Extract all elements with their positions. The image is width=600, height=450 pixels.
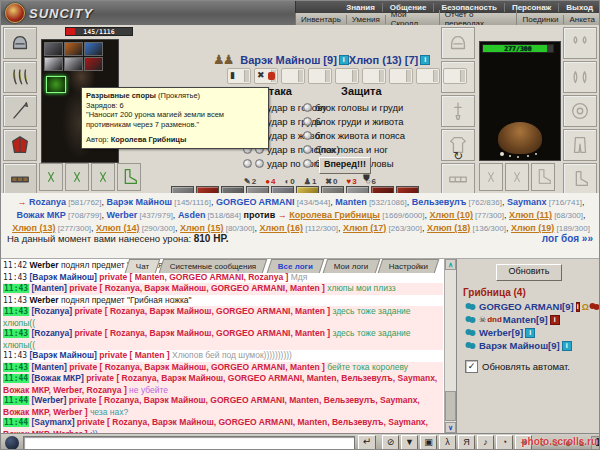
smiley-icon[interactable] bbox=[5, 436, 19, 450]
message-sender[interactable]: [Saymanx] bbox=[31, 417, 74, 427]
menu-item-Выход[interactable]: Выход bbox=[559, 3, 600, 12]
fighter-enemy-link[interactable]: Хлюп (13) bbox=[12, 223, 55, 233]
fighter-ally[interactable]: Werber bbox=[106, 210, 137, 220]
fighter-ally[interactable]: Вожак МКР bbox=[16, 210, 65, 220]
enemy-slot-helmet-icon[interactable] bbox=[441, 27, 475, 59]
scrollbar-thumb[interactable] bbox=[445, 391, 456, 421]
member-info-icon[interactable]: i bbox=[550, 315, 560, 325]
fighter-enemy-link[interactable]: Хлюп (10) bbox=[430, 210, 473, 220]
note-icon[interactable]: ♪ bbox=[477, 435, 494, 450]
fighter-enemy-link[interactable]: Хлюп (14) bbox=[96, 223, 139, 233]
eraser-icon[interactable]: ⊘ bbox=[382, 435, 399, 450]
scroll-slot-used[interactable]: ▮ bbox=[227, 68, 251, 84]
chat-scrollbar[interactable]: ∧ ∨ bbox=[444, 259, 456, 433]
fighter-enemy-link[interactable]: Хлюп (19) bbox=[511, 223, 554, 233]
scroll-up-icon[interactable]: ∧ bbox=[445, 259, 456, 270]
enemy-rune-slot[interactable] bbox=[505, 163, 529, 191]
attack-radio-1[interactable] bbox=[243, 159, 252, 168]
player-name[interactable]: Варэк Майнош [9]i bbox=[240, 54, 348, 66]
buff-icon[interactable] bbox=[44, 42, 63, 56]
message-sender[interactable]: [Варэк Майнош] bbox=[29, 272, 96, 282]
defense-radio[interactable] bbox=[303, 117, 312, 126]
chat-input[interactable] bbox=[23, 436, 355, 450]
fighter-ally[interactable]: Варэк Майнош bbox=[107, 197, 172, 207]
buff-icon[interactable] bbox=[44, 57, 63, 71]
send-button[interactable]: ↵ bbox=[358, 435, 376, 450]
message-sender[interactable]: [Варэк Майнош] bbox=[29, 350, 96, 360]
chat-tab-Системные сообщения[interactable]: Системные сообщения bbox=[159, 259, 268, 273]
defense-radio[interactable] bbox=[303, 145, 312, 154]
roster-refresh-button[interactable]: Обновить bbox=[496, 264, 562, 281]
fighter-ally[interactable]: GORGEO ARMANI bbox=[216, 197, 295, 207]
player-rune-slot[interactable] bbox=[39, 163, 63, 191]
scroll-slot-empty[interactable] bbox=[389, 68, 413, 84]
scroll-slot-empty[interactable] bbox=[335, 68, 359, 84]
fighter-ally[interactable]: Saymanx bbox=[507, 197, 547, 207]
fighter-ally[interactable]: Asden bbox=[178, 210, 206, 220]
buff-icon[interactable] bbox=[84, 42, 103, 56]
player-slot-spear-icon[interactable] bbox=[3, 95, 37, 127]
translit-icon[interactable]: Я bbox=[458, 435, 475, 450]
screen-icon[interactable]: ▣ bbox=[420, 435, 437, 450]
player-slot-claws-icon[interactable] bbox=[3, 61, 37, 93]
battle-log-link[interactable]: лог боя »» bbox=[542, 233, 593, 244]
fighter-enemy-link[interactable]: Хлюп (16) bbox=[260, 223, 303, 233]
defense-radio[interactable] bbox=[303, 103, 312, 112]
enemy-slot-earrings-icon[interactable] bbox=[563, 27, 597, 59]
player-rune-slot[interactable] bbox=[91, 163, 115, 191]
scroll-slot-empty[interactable] bbox=[281, 68, 305, 84]
scroll-slot-crossed[interactable]: ✖ bbox=[254, 68, 278, 84]
buff-icon[interactable] bbox=[64, 42, 83, 56]
member-name[interactable]: GORGEO ARMANI bbox=[479, 301, 562, 312]
submenu-item-Инвентарь[interactable]: Инвентарь bbox=[296, 15, 347, 24]
enemy-name[interactable]: Хлюп (13) [7]i bbox=[349, 54, 430, 66]
message-sender[interactable]: [Manten] bbox=[31, 283, 66, 293]
member-name[interactable]: Manten bbox=[503, 314, 536, 325]
attack-radio-2[interactable] bbox=[255, 159, 264, 168]
scroll-down-icon[interactable]: ∨ bbox=[445, 422, 456, 433]
chat-tab-Все логи[interactable]: Все логи bbox=[266, 259, 324, 273]
player-slot-cloak-icon[interactable] bbox=[3, 129, 37, 161]
submenu-item-Поединки[interactable]: Поединки bbox=[517, 15, 564, 24]
enemy-slot-pants-icon[interactable] bbox=[563, 129, 597, 161]
message-sender[interactable]: [Manten] bbox=[31, 362, 66, 372]
auto-update-checkbox[interactable]: ✓ bbox=[465, 360, 478, 373]
enemy-slot-sword-icon[interactable] bbox=[441, 95, 475, 127]
scroll-slot-empty[interactable] bbox=[416, 68, 440, 84]
enemy-rune-slot[interactable] bbox=[479, 163, 503, 191]
fighter-enemy-link[interactable]: Хлюп (15) bbox=[180, 223, 223, 233]
member-info-icon[interactable]: i bbox=[562, 341, 572, 351]
buff-icon[interactable] bbox=[84, 57, 103, 71]
chat-tab-Чат[interactable]: Чат bbox=[125, 259, 161, 273]
player-info-icon[interactable]: i bbox=[339, 55, 349, 65]
player-rune-slot[interactable] bbox=[65, 163, 89, 191]
enemy-boots-slot[interactable] bbox=[531, 163, 555, 191]
fighter-enemy-link[interactable]: Хлюп (18) bbox=[427, 223, 470, 233]
defense-radio[interactable] bbox=[303, 131, 312, 140]
active-buff-icon[interactable] bbox=[46, 76, 66, 93]
player-slot-belt-icon[interactable] bbox=[3, 163, 37, 195]
runner-icon[interactable]: λ bbox=[439, 435, 456, 450]
fighter-enemy-link[interactable]: Хлюп (11) bbox=[509, 210, 552, 220]
enemy-slot-belt-icon[interactable] bbox=[441, 163, 475, 195]
forward-button[interactable]: Вперед!!! bbox=[319, 157, 371, 174]
menu-item-Знания[interactable]: Знания bbox=[339, 3, 383, 12]
chat-tab-Мои логи[interactable]: Мои логи bbox=[322, 259, 379, 273]
fighter-ally[interactable]: Manten bbox=[335, 197, 367, 207]
message-sender[interactable]: [Werber] bbox=[31, 395, 66, 405]
member-name[interactable]: Варэк Майнош bbox=[479, 340, 548, 351]
enemy-slot-hands-icon[interactable] bbox=[563, 61, 597, 93]
player-slot-helmet-icon[interactable] bbox=[3, 27, 37, 59]
enemy-slot-shield-icon[interactable] bbox=[563, 95, 597, 127]
scroll-slot-empty[interactable] bbox=[443, 68, 467, 84]
refresh-icon[interactable]: ↻ bbox=[453, 149, 463, 163]
member-info-icon[interactable]: i bbox=[576, 302, 580, 312]
message-sender[interactable]: [Вожак МКР] bbox=[31, 373, 83, 383]
buff-icon[interactable] bbox=[64, 57, 83, 71]
message-sender[interactable]: [Rozanya] bbox=[31, 306, 72, 316]
filter-icon[interactable]: ▼ bbox=[401, 435, 418, 450]
clock-icon[interactable]: ◔ bbox=[496, 435, 513, 450]
fighter-enemy-link[interactable]: Хлюп (17) bbox=[343, 223, 386, 233]
member-info-icon[interactable]: i bbox=[525, 328, 535, 338]
defense-radio[interactable] bbox=[303, 159, 312, 168]
